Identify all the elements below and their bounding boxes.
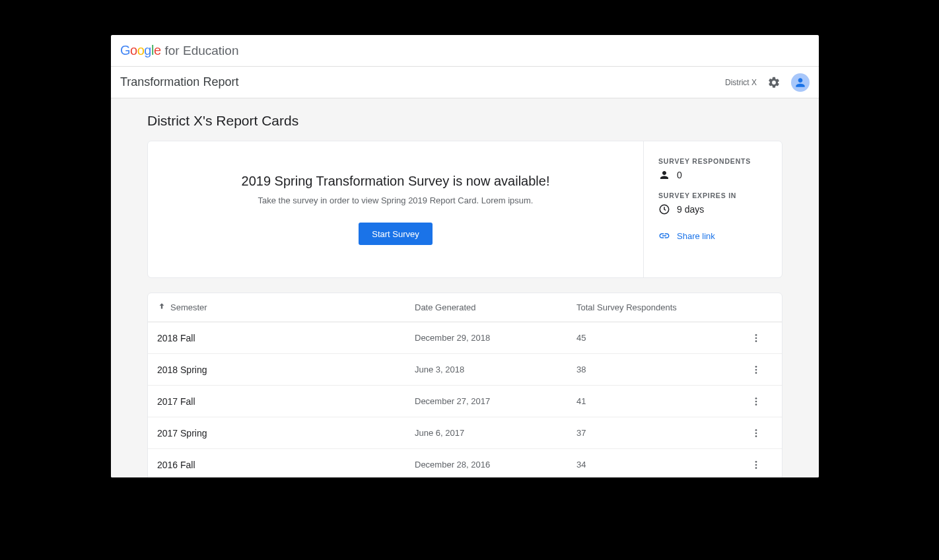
table-row[interactable]: 2017 SpringJune 6, 201737 <box>148 417 782 449</box>
respondents-block: SURVEY RESPONDENTS 0 <box>658 157 767 181</box>
svg-point-9 <box>755 403 757 405</box>
app-header: Transformation Report District X <box>111 67 819 98</box>
avatar[interactable] <box>791 73 810 92</box>
svg-point-11 <box>755 432 757 434</box>
svg-point-1 <box>755 334 757 336</box>
cell-date: December 27, 2017 <box>415 396 576 406</box>
svg-point-2 <box>755 337 757 339</box>
row-more-menu-button[interactable] <box>740 333 773 343</box>
start-survey-button[interactable]: Start Survey <box>359 223 433 245</box>
row-more-menu-button[interactable] <box>740 460 773 470</box>
expires-value: 9 days <box>677 204 704 215</box>
cell-date: June 6, 2017 <box>415 428 576 438</box>
cell-semester: 2017 Fall <box>157 396 415 407</box>
table-body: 2018 FallDecember 29, 2018452018 SpringJ… <box>148 322 782 477</box>
cell-respondents: 45 <box>576 333 740 343</box>
google-logo: Google <box>120 43 161 58</box>
svg-point-13 <box>755 461 757 463</box>
row-more-menu-button[interactable] <box>740 396 773 407</box>
cell-semester: 2018 Spring <box>157 365 415 375</box>
table-row[interactable]: 2017 FallDecember 27, 201741 <box>148 386 782 417</box>
expires-value-row: 9 days <box>658 203 767 215</box>
cell-semester: 2018 Fall <box>157 333 415 343</box>
table-row[interactable]: 2018 FallDecember 29, 201845 <box>148 322 782 354</box>
gear-icon[interactable] <box>767 76 781 89</box>
link-icon <box>658 230 670 242</box>
svg-point-8 <box>755 400 757 402</box>
share-link-label: Share link <box>677 231 715 241</box>
svg-point-5 <box>755 368 757 370</box>
svg-point-6 <box>755 372 757 374</box>
table-row[interactable]: 2016 FallDecember 28, 201634 <box>148 449 782 477</box>
row-more-menu-button[interactable] <box>740 365 773 375</box>
content-area: District X's Report Cards 2019 Spring Tr… <box>111 98 819 477</box>
page-title: District X's Report Cards <box>147 113 782 129</box>
survey-hero-title: 2019 Spring Transformation Survey is now… <box>242 174 550 189</box>
respondents-value: 0 <box>677 170 682 180</box>
survey-hero-subtitle: Take the survey in order to view Spring … <box>258 195 534 205</box>
district-label: District X <box>725 78 757 87</box>
svg-point-7 <box>755 398 757 400</box>
cell-respondents: 37 <box>576 428 740 438</box>
survey-hero-side: SURVEY RESPONDENTS 0 SURVEY EXPIRES IN <box>643 141 782 277</box>
header-right: District X <box>725 73 810 92</box>
brand-bar: Google for Education <box>111 35 819 67</box>
report-table: Semester Date Generated Total Survey Res… <box>147 293 782 477</box>
cell-semester: 2016 Fall <box>157 460 415 470</box>
clock-icon <box>658 203 670 215</box>
cell-semester: 2017 Spring <box>157 428 415 438</box>
svg-point-14 <box>755 464 757 466</box>
svg-point-10 <box>755 429 757 431</box>
app-window: Google for Education Transformation Repo… <box>111 35 819 477</box>
cell-date: December 29, 2018 <box>415 333 576 343</box>
respondents-label: SURVEY RESPONDENTS <box>658 157 767 165</box>
svg-point-4 <box>755 366 757 368</box>
share-link-button[interactable]: Share link <box>658 230 767 242</box>
person-icon <box>658 169 670 181</box>
expires-label: SURVEY EXPIRES IN <box>658 192 767 199</box>
expires-block: SURVEY EXPIRES IN 9 days <box>658 192 767 215</box>
cell-date: December 28, 2016 <box>415 460 576 470</box>
semester-column-header[interactable]: Semester <box>157 302 415 313</box>
app-title: Transformation Report <box>120 75 238 89</box>
table-header-row: Semester Date Generated Total Survey Res… <box>148 293 782 322</box>
brand-suffix: for Education <box>165 44 239 58</box>
respondents-value-row: 0 <box>658 169 767 181</box>
date-column-header[interactable]: Date Generated <box>415 302 576 312</box>
svg-point-12 <box>755 435 757 437</box>
survey-hero-card: 2019 Spring Transformation Survey is now… <box>147 141 782 278</box>
table-row[interactable]: 2018 SpringJune 3, 201838 <box>148 354 782 386</box>
sort-arrow-up-icon <box>157 302 166 313</box>
semester-header-label: Semester <box>170 302 207 312</box>
svg-point-15 <box>755 467 757 469</box>
survey-hero-main: 2019 Spring Transformation Survey is now… <box>148 141 643 277</box>
cell-date: June 3, 2018 <box>415 365 576 374</box>
respondents-column-header[interactable]: Total Survey Respondents <box>576 302 740 312</box>
row-more-menu-button[interactable] <box>740 428 773 438</box>
svg-point-3 <box>755 340 757 342</box>
cell-respondents: 34 <box>576 460 740 470</box>
cell-respondents: 41 <box>576 396 740 406</box>
cell-respondents: 38 <box>576 365 740 374</box>
